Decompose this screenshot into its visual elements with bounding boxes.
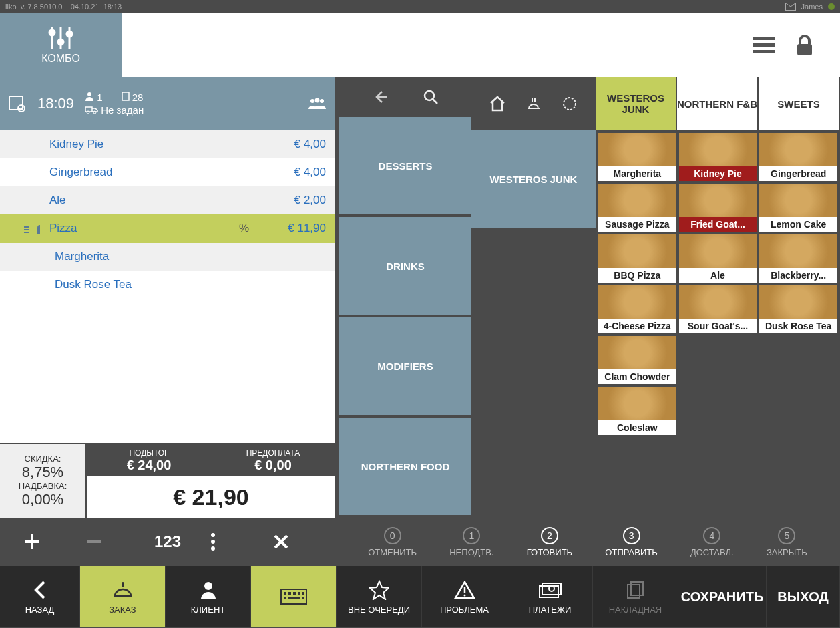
exit-button[interactable]: ВЫХОД xyxy=(767,566,840,627)
invoice-button[interactable]: НАКЛАДНАЯ xyxy=(593,566,678,627)
category-button[interactable]: MODIFIERS xyxy=(339,317,471,415)
product-tile[interactable]: Clam Chowder xyxy=(598,336,676,384)
clear-button[interactable] xyxy=(272,533,312,551)
product-image xyxy=(759,133,837,166)
step-number: 0 xyxy=(384,527,401,544)
warning-icon xyxy=(454,579,475,601)
total-value: € 21,90 xyxy=(87,476,335,518)
star-icon xyxy=(369,579,389,601)
order-item[interactable]: Kidney Pie€ 4,00 xyxy=(0,130,335,158)
svg-point-45 xyxy=(549,586,554,591)
order-item[interactable]: Ale€ 2,00 xyxy=(0,186,335,214)
svg-rect-36 xyxy=(298,592,300,595)
keyboard-button[interactable] xyxy=(251,566,337,627)
menu-tab[interactable]: WESTEROS JUNK xyxy=(596,77,677,130)
item-percent: % xyxy=(239,222,266,235)
app-version: v. 7.8.5010.0 xyxy=(21,3,63,11)
menu-icon[interactable] xyxy=(753,37,775,54)
product-label: Clam Chowder xyxy=(598,369,676,384)
product-tile[interactable]: Margherita xyxy=(598,133,676,181)
user-name[interactable]: James xyxy=(801,3,823,11)
order-button[interactable]: ЗАКАЗ xyxy=(80,566,166,627)
kitchen-icon[interactable] xyxy=(523,95,544,112)
step-отправить[interactable]: 3ОТПРАВИТЬ xyxy=(605,527,657,557)
more-button[interactable] xyxy=(210,532,250,551)
product-tile[interactable]: Sour Goat's... xyxy=(679,285,757,333)
category-panel-2: WESTEROS JUNK xyxy=(471,77,596,518)
group-icon[interactable] xyxy=(307,97,327,110)
menu-tab[interactable]: SWEETS xyxy=(759,77,840,130)
product-label: Gingerbread xyxy=(759,166,837,181)
order-items-list: Kidney Pie€ 4,00Gingerbread€ 4,00Ale€ 2,… xyxy=(0,130,335,443)
svg-rect-34 xyxy=(288,592,291,595)
lock-icon[interactable] xyxy=(796,35,813,56)
step-доставл.[interactable]: 4ДОСТАВЛ. xyxy=(690,527,734,557)
problem-button[interactable]: ПРОБЛЕМА xyxy=(422,566,507,627)
product-tile[interactable]: Kidney Pie xyxy=(679,133,757,181)
bottom-bar: НАЗАД ЗАКАЗ КЛИЕНТ ВНЕ ОЧЕРЕДИ ПРОБЛЕМА … xyxy=(0,566,840,627)
svg-rect-8 xyxy=(753,43,775,47)
client-button[interactable]: КЛИЕНТ xyxy=(166,566,251,627)
menu-tabs: WESTEROS JUNKNORTHERN F&BSWEETS xyxy=(596,77,840,130)
order-item[interactable]: Gingerbread€ 4,00 xyxy=(0,158,335,186)
product-tile[interactable]: Gingerbread xyxy=(759,133,837,181)
product-tile[interactable]: Blackberry... xyxy=(759,234,837,283)
svg-rect-10 xyxy=(797,44,812,55)
category-button[interactable]: NORTHERN FOOD xyxy=(339,418,471,515)
item-price: € 4,00 xyxy=(266,166,326,179)
step-label: ОТМЕНИТЬ xyxy=(368,547,417,557)
save-button[interactable]: СОХРАНИТЬ xyxy=(678,566,767,627)
item-price: € 4,00 xyxy=(266,138,326,151)
menu-tab[interactable]: NORTHERN F&B xyxy=(677,77,759,130)
category-button[interactable]: DESSERTS xyxy=(339,117,471,214)
priority-button[interactable]: ВНЕ ОЧЕРЕДИ xyxy=(337,566,422,627)
product-tile[interactable]: BBQ Pizza xyxy=(598,234,676,283)
step-готовить[interactable]: 2ГОТОВИТЬ xyxy=(527,527,572,557)
settings-icon[interactable] xyxy=(560,95,580,112)
receipt-icon[interactable] xyxy=(8,94,27,113)
subtotal-label: ПОДЫТОГ xyxy=(129,448,168,458)
product-tile[interactable]: Sausage Pizza xyxy=(598,184,676,232)
menu-panel: WESTEROS JUNKNORTHERN F&BSWEETS Margheri… xyxy=(596,77,840,518)
featured-category[interactable]: WESTEROS JUNK xyxy=(471,130,596,228)
numpad-button[interactable]: 123 xyxy=(148,532,188,551)
svg-point-20 xyxy=(320,99,324,103)
mail-icon[interactable] xyxy=(785,3,796,11)
product-tile[interactable]: Ale xyxy=(679,234,757,283)
step-закрыть[interactable]: 5ЗАКРЫТЬ xyxy=(767,527,807,557)
svg-point-13 xyxy=(87,92,91,96)
home-icon[interactable] xyxy=(487,95,507,112)
search-icon[interactable] xyxy=(421,89,441,105)
date: 04.10.21 xyxy=(71,3,99,11)
product-tile[interactable]: Lemon Cake xyxy=(759,184,837,232)
back-arrow-icon[interactable] xyxy=(370,89,390,105)
product-label: Fried Goat... xyxy=(679,217,757,232)
svg-rect-23 xyxy=(24,232,29,233)
minus-button[interactable] xyxy=(85,532,125,551)
svg-point-27 xyxy=(211,533,215,537)
category-button[interactable]: DRINKS xyxy=(339,217,471,315)
order-item[interactable]: Margherita xyxy=(0,243,335,271)
product-image xyxy=(598,285,676,319)
product-tile[interactable]: Fried Goat... xyxy=(679,184,757,232)
discount-label: СКИДКА: xyxy=(25,454,61,464)
product-tile[interactable]: Coleslaw xyxy=(598,387,676,435)
product-tile[interactable]: Dusk Rose Tea xyxy=(759,285,837,333)
back-button[interactable]: НАЗАД xyxy=(0,566,80,627)
plus-button[interactable] xyxy=(23,532,63,551)
svg-point-26 xyxy=(564,98,576,110)
product-image xyxy=(759,285,837,319)
order-item[interactable]: Dusk Rose Tea xyxy=(0,271,335,299)
action-row: 123 0ОТМЕНИТЬ1НЕПОДТВ.2ГОТОВИТЬ3ОТПРАВИТ… xyxy=(0,518,840,566)
svg-rect-33 xyxy=(284,592,286,595)
product-image xyxy=(598,387,676,420)
step-неподтв.[interactable]: 1НЕПОДТВ. xyxy=(449,527,493,557)
product-image xyxy=(598,133,676,166)
payments-button[interactable]: ПЛАТЕЖИ xyxy=(507,566,593,627)
order-item[interactable]: Pizza%€ 11,90 xyxy=(0,214,335,243)
product-tile[interactable]: 4-Cheese Pizza xyxy=(598,285,676,333)
combo-button[interactable]: КОМБО xyxy=(0,13,122,77)
step-label: ЗАКРЫТЬ xyxy=(767,547,807,557)
svg-rect-35 xyxy=(293,592,296,595)
step-отменить[interactable]: 0ОТМЕНИТЬ xyxy=(368,527,417,557)
